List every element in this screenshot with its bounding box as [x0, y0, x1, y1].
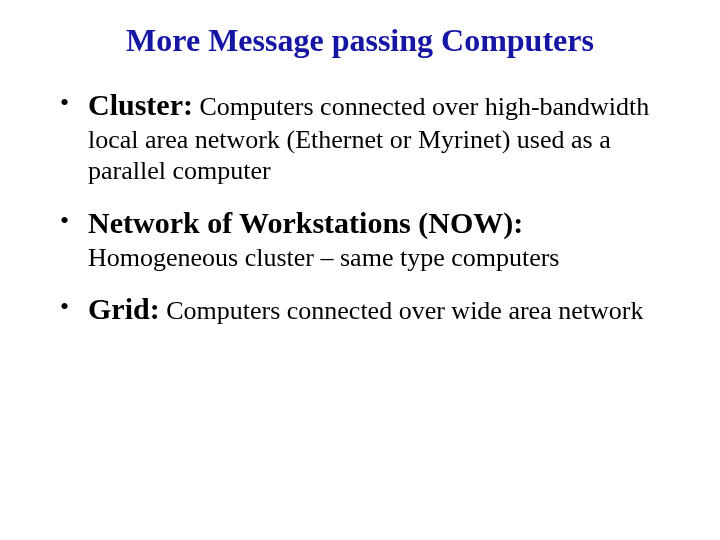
- term-cluster: Cluster:: [88, 88, 193, 121]
- desc-now: Homogeneous cluster – same type computer…: [88, 243, 560, 272]
- desc-grid: Computers connected over wide area netwo…: [160, 296, 644, 325]
- term-now: Network of Workstations (NOW):: [88, 206, 523, 239]
- slide: More Message passing Computers Cluster: …: [0, 0, 720, 328]
- list-item: Cluster: Computers connected over high-b…: [60, 87, 670, 187]
- bullet-list: Cluster: Computers connected over high-b…: [50, 87, 670, 328]
- list-item: Grid: Computers connected over wide area…: [60, 291, 670, 328]
- list-item: Network of Workstations (NOW): Homogeneo…: [60, 205, 670, 273]
- slide-title: More Message passing Computers: [50, 22, 670, 59]
- term-grid: Grid:: [88, 292, 160, 325]
